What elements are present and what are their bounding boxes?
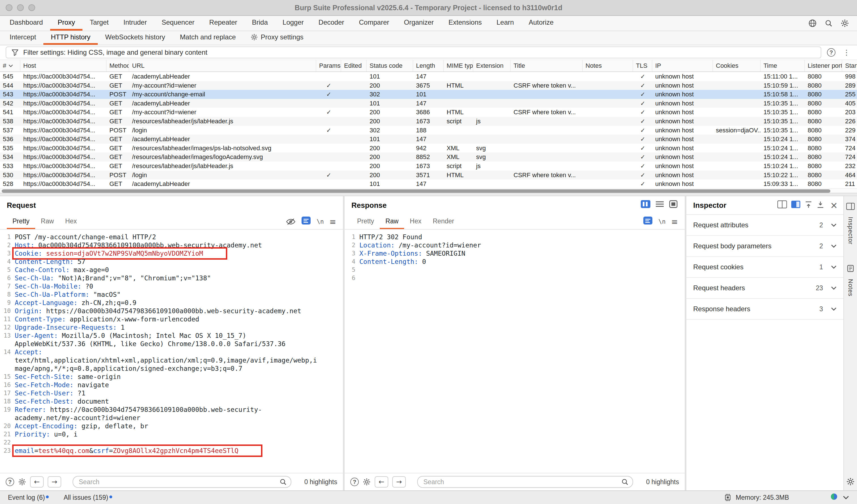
main-tab[interactable]: Comparer [352, 16, 397, 31]
status-indicator-icon[interactable] [830, 493, 838, 502]
history-row[interactable]: 538 https://0ac000b304d754... GET /resou… [0, 117, 857, 126]
prev-match-button[interactable]: ← [30, 476, 44, 488]
search-input[interactable] [417, 476, 633, 488]
help-icon[interactable]: ? [350, 477, 359, 486]
col-params[interactable]: Params [316, 60, 341, 71]
event-log-button[interactable]: Event log (6) [8, 494, 49, 501]
rail-tab-notes[interactable]: Notes [847, 279, 854, 296]
inspector-view-docked-icon[interactable] [791, 200, 801, 211]
main-tab[interactable]: Logger [275, 16, 311, 31]
close-button[interactable] [6, 4, 13, 11]
collapse-statusbar-icon[interactable] [843, 495, 849, 500]
search-input[interactable] [72, 476, 291, 488]
col-cookies[interactable]: Cookies [713, 60, 761, 71]
globe-icon[interactable] [808, 19, 817, 28]
editor-tab[interactable]: Hex [404, 214, 427, 229]
inspector-rail-icon[interactable] [846, 202, 855, 212]
expand-all-icon[interactable] [817, 200, 824, 211]
more-options-icon[interactable]: ⋮ [841, 48, 852, 57]
inspector-section[interactable]: Response headers 3 [686, 299, 843, 320]
main-tab[interactable]: Intruder [116, 16, 154, 31]
editor-tab[interactable]: Hex [60, 214, 82, 229]
main-tab[interactable]: Extensions [441, 16, 489, 31]
history-row[interactable]: 533 https://0ac000b304d754... GET /resou… [0, 162, 857, 171]
next-match-button[interactable]: → [392, 476, 406, 488]
layout-columns-button[interactable] [640, 200, 651, 211]
editor-tab[interactable]: Pretty [351, 214, 380, 229]
col-tls[interactable]: TLS [633, 60, 652, 71]
main-tab[interactable]: Learn [489, 16, 521, 31]
minimize-button[interactable] [17, 4, 24, 11]
hide-nonprinting-eye-icon[interactable] [286, 218, 296, 225]
proxy-subtab[interactable]: WebSockets history [98, 31, 173, 45]
col-url[interactable]: URL [129, 60, 316, 71]
col-title[interactable]: Title [511, 60, 583, 71]
response-editor[interactable]: 1 HTTP/2 302 Found 2 Location: /my-accou… [345, 230, 685, 473]
search-icon[interactable] [825, 19, 833, 27]
syntax-highlight-toggle-icon[interactable] [643, 216, 653, 227]
main-tab[interactable]: Target [82, 16, 116, 31]
all-issues-button[interactable]: All issues (159) [64, 494, 112, 501]
notes-rail-icon[interactable] [847, 264, 854, 274]
history-row[interactable]: 545 https://0ac000b304d754... GET /acade… [0, 72, 857, 81]
col-length[interactable]: Length [413, 60, 444, 71]
rail-tab-inspector[interactable]: Inspector [847, 217, 854, 245]
col-start-response[interactable]: Start respon [842, 60, 857, 71]
zoom-button[interactable] [28, 4, 35, 11]
col-extension[interactable]: Extension [473, 60, 511, 71]
editor-menu-icon[interactable]: ≡ [671, 217, 678, 226]
editor-tab[interactable]: Render [427, 214, 460, 229]
col-host[interactable]: Host [20, 60, 106, 71]
collapse-all-icon[interactable] [805, 200, 812, 211]
close-inspector-icon[interactable]: × [830, 201, 838, 210]
history-row[interactable]: 535 https://0ac000b304d754... GET /resou… [0, 144, 857, 153]
col-ip[interactable]: IP [652, 60, 713, 71]
prev-match-button[interactable]: ← [375, 476, 388, 488]
layout-rows-button[interactable] [655, 200, 665, 211]
inspector-section[interactable]: Request cookies 1 [686, 257, 843, 278]
col-edited[interactable]: Edited [341, 60, 367, 71]
main-tab[interactable]: Dashboard [2, 16, 50, 31]
col-method[interactable]: Method [106, 60, 129, 71]
history-row[interactable]: 528 https://0ac000b304d754... GET /acade… [0, 180, 857, 188]
history-row[interactable]: 543 https://0ac000b304d754... POST /my-a… [0, 90, 857, 99]
main-tab[interactable]: Decoder [311, 16, 352, 31]
newline-toggle[interactable]: \n [317, 218, 324, 225]
history-row[interactable]: 534 https://0ac000b304d754... GET /resou… [0, 152, 857, 162]
inspector-section[interactable]: Request headers 23 [686, 278, 843, 299]
proxy-subtab[interactable]: Match and replace [173, 31, 243, 45]
horizontal-scrollbar-thumb[interactable] [2, 189, 830, 193]
col-time[interactable]: Time [761, 60, 805, 71]
inspector-view-split-icon[interactable] [777, 200, 787, 211]
col-mime-type[interactable]: MIME type [444, 60, 473, 71]
inspector-section[interactable]: Request body parameters 2 [686, 236, 843, 257]
editor-tab[interactable]: Pretty [7, 214, 35, 229]
panel-splitter[interactable] [0, 193, 857, 196]
editor-menu-icon[interactable]: ≡ [330, 217, 336, 226]
main-tab[interactable]: Proxy [50, 16, 82, 31]
proxy-subtab[interactable]: Intercept [2, 31, 44, 45]
main-tab[interactable]: Brida [245, 16, 275, 31]
history-row[interactable]: 544 https://0ac000b304d754... GET /my-ac… [0, 81, 857, 90]
next-match-button[interactable]: → [48, 476, 61, 488]
inspector-section[interactable]: Request attributes 2 [686, 215, 843, 236]
newline-toggle[interactable]: \n [658, 218, 666, 225]
editor-tab[interactable]: Raw [380, 214, 404, 229]
main-tab[interactable]: Sequencer [154, 16, 202, 31]
editor-tab[interactable]: Raw [35, 214, 60, 229]
syntax-highlight-toggle-icon[interactable] [301, 216, 311, 227]
main-tab[interactable]: Organizer [397, 16, 441, 31]
proxy-subtab[interactable]: Proxy settings [243, 31, 311, 45]
history-row[interactable]: 537 https://0ac000b304d754... POST /logi… [0, 126, 857, 135]
history-row[interactable]: 541 https://0ac000b304d754... GET /my-ac… [0, 108, 857, 117]
request-editor[interactable]: 1 POST /my-account/change-email HTTP/2 2… [0, 230, 343, 473]
history-row[interactable]: 542 https://0ac000b304d754... GET /acade… [0, 99, 857, 108]
search-settings-gear-icon[interactable] [363, 478, 371, 486]
settings-gear-icon[interactable] [846, 477, 855, 486]
search-settings-gear-icon[interactable] [18, 478, 26, 486]
help-icon[interactable]: ? [6, 477, 14, 486]
filter-settings-bar[interactable]: Filter settings: Hiding CSS, image and g… [6, 47, 821, 58]
layout-single-button[interactable] [669, 200, 678, 211]
main-tab[interactable]: Repeater [202, 16, 245, 31]
main-tab[interactable]: Autorize [521, 16, 561, 31]
